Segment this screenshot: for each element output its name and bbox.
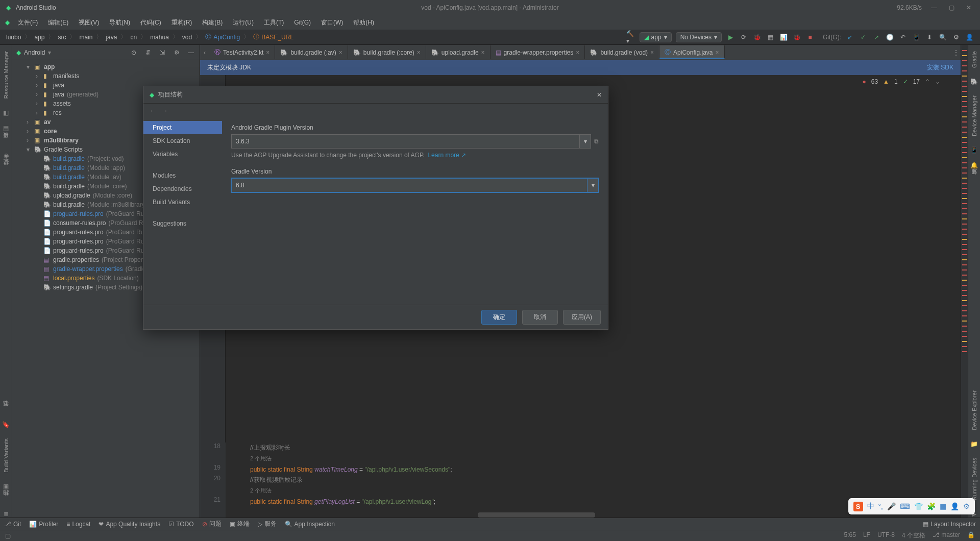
left-tab-build-variants[interactable]: Build Variants — [2, 436, 10, 475]
git-commit-icon[interactable]: ✓ — [859, 33, 868, 42]
tool-window-toggle-icon[interactable]: ▢ — [5, 532, 11, 539]
error-mark[interactable] — [962, 111, 967, 112]
error-mark[interactable] — [962, 346, 967, 347]
ime-skin-icon[interactable]: 👕 — [914, 502, 923, 510]
ime-voice-icon[interactable]: 🎤 — [887, 502, 896, 510]
right-tab-notifications[interactable]: 通知 — [969, 177, 979, 181]
menu-git[interactable]: Git(G) — [290, 17, 315, 28]
error-mark[interactable] — [962, 285, 967, 286]
run-config-selector[interactable]: ◢app▾ — [640, 32, 672, 42]
close-icon[interactable]: × — [481, 49, 485, 56]
dialog-side-item[interactable]: Build Variants — [143, 195, 222, 209]
left-tab-structure[interactable]: 结构 — [1, 498, 11, 502]
error-mark[interactable] — [962, 121, 967, 122]
editor-tab[interactable]: ▤gradle-wrapper.properties× — [491, 45, 585, 59]
lock-icon[interactable]: 🔒 — [967, 531, 975, 540]
error-mark[interactable] — [962, 351, 967, 352]
bottom-tab-logcat[interactable]: ≡Logcat — [66, 521, 90, 528]
menu-tools[interactable]: 工具(T) — [260, 17, 288, 29]
bottom-tab-layout-inspector[interactable]: ▦Layout Inspector — [923, 521, 976, 528]
right-tab-device-explorer[interactable]: Device Explorer — [970, 388, 978, 432]
crumb[interactable]: cn — [130, 34, 137, 41]
menu-build[interactable]: 构建(B) — [198, 17, 227, 29]
select-target-icon[interactable]: ⊙ — [129, 48, 138, 57]
error-mark[interactable] — [962, 81, 967, 82]
right-tab-device-manager[interactable]: Device Manager — [970, 93, 978, 138]
status-cursor[interactable]: 5:65 — [844, 531, 856, 540]
inspection-summary[interactable]: ●63 ▲1 ✓17 ⌃ ⌄ — [862, 78, 940, 85]
error-mark[interactable] — [962, 254, 967, 255]
dialog-side-item[interactable]: Dependencies — [143, 182, 222, 195]
error-mark[interactable] — [962, 280, 967, 281]
apply-button[interactable]: 应用(A) — [563, 310, 601, 325]
copy-icon[interactable]: ⧉ — [594, 138, 599, 145]
error-mark[interactable] — [962, 315, 967, 316]
error-mark[interactable] — [962, 218, 967, 219]
error-mark[interactable] — [962, 76, 967, 77]
chevron-down-icon[interactable]: ▾ — [48, 49, 51, 56]
git-push-icon[interactable]: ↗ — [872, 33, 881, 42]
close-icon[interactable]: ✕ — [597, 91, 602, 99]
editor-tab[interactable]: 🐘upload.gradle× — [426, 45, 491, 59]
settings-icon[interactable]: ⚙ — [951, 33, 961, 42]
collapse-icon[interactable]: ⇲ — [158, 48, 167, 57]
bottom-tab-terminal[interactable]: ▣终端 — [230, 520, 250, 528]
attach-debugger-icon[interactable]: 🐞 — [792, 33, 801, 42]
bottom-tab-todo[interactable]: ☑TODO — [168, 521, 193, 528]
tree-item[interactable]: ▾▣ app — [12, 62, 200, 71]
error-mark[interactable] — [962, 203, 967, 204]
crumb[interactable]: main — [79, 34, 92, 41]
dialog-side-item[interactable]: SDK Location — [143, 134, 222, 147]
error-mark[interactable] — [962, 106, 967, 107]
error-mark[interactable] — [962, 193, 967, 194]
crumb[interactable]: java — [106, 34, 117, 41]
error-mark[interactable] — [962, 116, 967, 117]
forward-icon[interactable]: → — [162, 107, 168, 114]
close-icon[interactable]: × — [339, 49, 342, 56]
dialog-side-item[interactable]: Modules — [143, 169, 222, 182]
error-mark[interactable] — [962, 213, 967, 214]
dialog-side-item[interactable]: Project — [143, 121, 222, 134]
error-mark[interactable] — [962, 91, 967, 92]
ok-button[interactable]: 确定 — [481, 310, 517, 325]
error-mark[interactable] — [962, 336, 967, 337]
profile-icon[interactable]: 📊 — [779, 33, 788, 42]
ime-keyboard-icon[interactable]: ⌨ — [900, 502, 910, 510]
error-mark[interactable] — [962, 188, 967, 189]
gradle-version-field[interactable]: ▾ — [231, 178, 599, 192]
ime-person-icon[interactable]: 👤 — [950, 502, 959, 510]
debug-icon[interactable]: 🐞 — [752, 33, 762, 42]
error-mark[interactable] — [962, 101, 967, 102]
crumb[interactable]: src — [58, 34, 66, 41]
bottom-tab-problems[interactable]: ⊘问题 — [202, 520, 222, 528]
crumb[interactable]: vod — [182, 34, 192, 41]
git-history-icon[interactable]: 🕑 — [885, 33, 894, 42]
dialog-side-item[interactable]: Variables — [143, 147, 222, 161]
apply-changes-icon[interactable]: ⟳ — [739, 33, 748, 42]
error-mark[interactable] — [962, 275, 967, 276]
error-mark[interactable] — [962, 147, 967, 148]
left-tab-project[interactable]: 项目 — [1, 140, 11, 144]
tab-prev-icon[interactable]: ‹ — [200, 48, 209, 57]
error-mark[interactable] — [962, 157, 967, 158]
left-tab-bookmarks[interactable]: 书签 — [1, 409, 11, 413]
horizontal-scrollbar[interactable] — [478, 512, 595, 518]
error-mark[interactable] — [962, 331, 967, 332]
menu-code[interactable]: 代码(C) — [136, 17, 165, 29]
error-mark[interactable] — [962, 183, 967, 184]
ime-grid-icon[interactable]: ▦ — [940, 502, 946, 510]
error-mark[interactable] — [962, 224, 967, 225]
right-tab-gradle[interactable]: Gradle — [970, 49, 978, 70]
error-mark[interactable] — [962, 326, 967, 327]
error-mark[interactable] — [962, 167, 967, 168]
close-icon[interactable]: × — [576, 49, 579, 56]
error-mark[interactable] — [962, 173, 967, 174]
error-mark[interactable] — [962, 290, 967, 291]
error-mark[interactable] — [962, 310, 967, 311]
menu-help[interactable]: 帮助(H) — [349, 17, 378, 29]
bottom-tab-profiler[interactable]: 📊Profiler — [29, 521, 58, 528]
error-mark[interactable] — [962, 321, 967, 322]
status-line-sep[interactable]: LF — [863, 531, 870, 540]
close-icon[interactable]: × — [650, 49, 654, 56]
crumb[interactable]: luobo — [6, 34, 21, 41]
